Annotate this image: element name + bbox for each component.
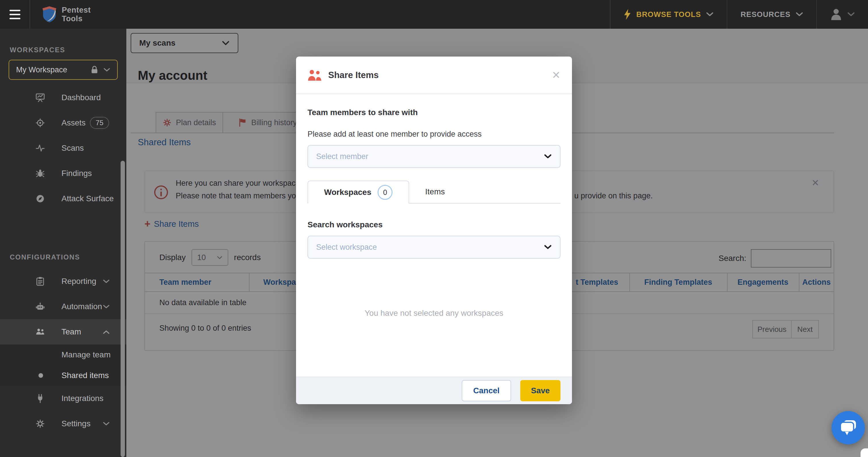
chevron-up-icon: [103, 330, 110, 334]
save-button[interactable]: Save: [520, 380, 560, 401]
lock-icon: [91, 65, 98, 74]
sidebar-item-findings[interactable]: Findings: [0, 161, 126, 186]
lightning-icon: [624, 9, 631, 20]
active-bullet-icon: [38, 373, 43, 378]
tab-workspaces-label: Workspaces: [324, 188, 371, 197]
resources-label: RESOURCES: [741, 10, 790, 19]
bug-icon: [32, 169, 48, 178]
sidebar-item-reporting[interactable]: Reporting: [0, 269, 126, 294]
people-icon: [308, 69, 322, 81]
resources-menu[interactable]: RESOURCES: [727, 0, 816, 29]
team-icon: [32, 327, 48, 336]
chevron-down-icon: [544, 244, 552, 250]
chevron-down-icon: [103, 68, 110, 72]
chevron-down-icon: [706, 12, 714, 17]
sidebar-item-label: Integrations: [61, 394, 103, 403]
sidebar-item-label: Manage team: [61, 350, 111, 359]
assets-count-badge: 75: [90, 117, 109, 129]
widget-corner: [861, 448, 868, 457]
sidebar-item-dashboard[interactable]: Dashboard: [0, 85, 126, 110]
member-select[interactable]: Select member: [308, 145, 560, 168]
workspace-select[interactable]: Select workspace: [308, 236, 560, 259]
sidebar-item-label: Team: [61, 327, 81, 336]
sidebar-item-manage-team[interactable]: Manage team: [0, 345, 126, 365]
sidebar-item-label: Reporting: [61, 277, 96, 286]
chevron-down-icon: [103, 422, 110, 426]
sidebar-scrollbar[interactable]: [121, 161, 125, 457]
member-select-placeholder: Select member: [316, 152, 544, 161]
workspace-selector[interactable]: My Workspace: [9, 60, 118, 80]
sidebar: WORKSPACES My Workspace Dashboard Assets…: [0, 29, 126, 457]
tab-workspaces[interactable]: Workspaces 0: [308, 181, 409, 203]
modal-footer: Cancel Save: [296, 377, 572, 404]
no-workspaces-message: You have not selected any workspaces: [308, 259, 560, 368]
modal-tabs: Workspaces 0 Items: [308, 181, 560, 203]
modal-close-icon[interactable]: ✕: [552, 70, 560, 80]
gear-icon: [32, 419, 48, 428]
compass-icon: [32, 194, 48, 203]
user-icon: [830, 8, 842, 21]
sidebar-item-label: Assets: [61, 118, 86, 127]
sidebar-item-automation[interactable]: Automation: [0, 294, 126, 319]
target-icon: [32, 118, 48, 127]
browse-tools-label: BROWSE TOOLS: [636, 10, 701, 19]
pulse-icon: [32, 143, 48, 153]
sidebar-item-label: Shared items: [61, 371, 109, 380]
robot-icon: [32, 302, 48, 311]
tab-items[interactable]: Items: [409, 181, 461, 203]
chat-launcher[interactable]: [832, 411, 865, 444]
dashboard-icon: [32, 93, 48, 102]
workspaces-count-badge: 0: [378, 185, 393, 200]
chevron-down-icon: [544, 154, 552, 159]
chevron-down-icon: [103, 304, 110, 309]
app-logo[interactable]: Pentest Tools: [30, 0, 102, 29]
modal-title: Share Items: [328, 70, 379, 80]
share-items-modal: Share Items ✕ Team members to share with…: [296, 57, 572, 404]
workspace-selector-label: My Workspace: [16, 65, 86, 74]
sidebar-item-assets[interactable]: Assets 75: [0, 110, 126, 135]
pentest-tools-logo-icon: [42, 5, 57, 23]
members-hint: Please add at least one member to provid…: [308, 130, 560, 139]
account-menu[interactable]: [816, 0, 868, 29]
sidebar-item-label: Automation: [61, 302, 102, 311]
sidebar-item-shared-items[interactable]: Shared items: [0, 365, 126, 386]
logo-text-line2: Tools: [62, 14, 91, 23]
sidebar-item-settings[interactable]: Settings: [0, 411, 126, 436]
sidebar-item-attack-surface[interactable]: Attack Surface: [0, 186, 126, 211]
sidebar-item-label: Scans: [61, 143, 84, 153]
sidebar-item-scans[interactable]: Scans: [0, 135, 126, 161]
sidebar-item-label: Settings: [61, 419, 90, 428]
sidebar-item-team[interactable]: Team: [0, 319, 126, 345]
sidebar-item-integrations[interactable]: Integrations: [0, 386, 126, 411]
chat-icon: [839, 420, 857, 436]
workspace-select-placeholder: Select workspace: [316, 243, 544, 252]
cancel-button[interactable]: Cancel: [462, 380, 511, 401]
chevron-down-icon: [103, 279, 110, 284]
plug-icon: [32, 394, 48, 403]
sidebar-item-label: Attack Surface: [61, 194, 114, 203]
menu-button[interactable]: [0, 0, 30, 29]
workspaces-section-label: WORKSPACES: [10, 46, 126, 54]
chevron-down-icon: [796, 12, 803, 17]
configurations-section-label: CONFIGURATIONS: [10, 253, 126, 261]
browse-tools-menu[interactable]: BROWSE TOOLS: [610, 0, 727, 29]
search-workspaces-label: Search workspaces: [308, 220, 560, 229]
sidebar-item-label: Findings: [61, 169, 92, 178]
hamburger-icon: [9, 10, 21, 11]
clipboard-icon: [32, 277, 48, 286]
chevron-down-icon: [847, 12, 855, 17]
members-label: Team members to share with: [308, 108, 560, 117]
top-navbar: Pentest Tools BROWSE TOOLS RESOURCES: [0, 0, 868, 29]
sidebar-item-label: Dashboard: [61, 93, 101, 102]
logo-text-line1: Pentest: [62, 6, 91, 14]
modal-header: Share Items ✕: [296, 57, 572, 94]
